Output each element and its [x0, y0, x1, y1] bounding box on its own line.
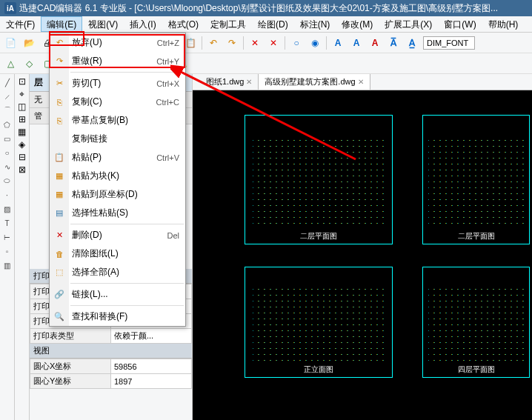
tab-2[interactable]: 高级别墅建筑方案图.dwg✕ [259, 74, 370, 90]
menu-cut[interactable]: ✂剪切(T)Ctrl+X [50, 74, 185, 93]
textA-icon[interactable]: A [330, 36, 345, 50]
menu-undo-label: 放弃(U) [72, 36, 102, 49]
menu-paste[interactable]: 📋粘贴(P)Ctrl+V [50, 148, 185, 167]
menu-purge[interactable]: 🗑清除图纸(L) [50, 244, 185, 263]
menu-window[interactable]: 窗口(W) [438, 16, 482, 32]
menu-copy-label: 复制(C) [72, 96, 102, 108]
menu-paste-special[interactable]: ▤选择性粘贴(S) [50, 204, 185, 222]
menu-cut-shortcut: Ctrl+X [156, 79, 179, 88]
menu-paste-orig-label: 粘贴到原坐标(D) [72, 188, 138, 201]
textAbar-icon[interactable]: A̅ [386, 36, 401, 50]
menu-draw[interactable]: 绘图(D) [252, 16, 294, 32]
close2-icon[interactable]: ✕ [266, 36, 281, 50]
tab-1-close-icon[interactable]: ✕ [246, 78, 252, 86]
menu-links-label: 链接(L)... [72, 288, 108, 301]
spline-tool-icon[interactable]: ∿ [1, 161, 13, 173]
text-tool-icon[interactable]: T [1, 217, 13, 229]
circle-tool-icon[interactable]: ○ [1, 147, 13, 159]
view-section-header[interactable]: 视图 [30, 344, 192, 359]
menu-copy-base-label: 带基点复制(B) [72, 114, 128, 127]
pline-tool-icon[interactable]: ⟋ [1, 90, 13, 102]
menu-view[interactable]: 视图(V) [82, 16, 124, 32]
drawing-canvas[interactable]: 图纸1.dwg✕高级别墅建筑方案图.dwg✕ 二层平面图二层平面图正立面图四层平… [193, 74, 532, 420]
menu-edit[interactable]: 编辑(E) [41, 16, 82, 32]
textAred-icon[interactable]: A [368, 36, 382, 50]
t2-b[interactable]: ◇ [21, 56, 36, 71]
textA2-icon[interactable]: A [349, 36, 364, 50]
arc-tool-icon[interactable]: ⌒ [1, 104, 13, 116]
menu-copy[interactable]: ⎘复制(C)Ctrl+C [50, 93, 185, 111]
menu-copy-link[interactable]: 复制链接 [50, 130, 185, 148]
menu-custom[interactable]: 定制工具 [205, 16, 252, 32]
tab-1[interactable]: 图纸1.dwg✕ [200, 74, 259, 90]
menu-redo-icon: ↷ [53, 56, 65, 67]
menu-redo-shortcut: Ctrl+Y [156, 57, 179, 66]
menu-links[interactable]: 🔗链接(L)... [50, 285, 185, 304]
cad-view-3: 四层平面图 [422, 267, 530, 378]
menu-delete[interactable]: ✕删除(D)Del [50, 226, 185, 244]
left-toolbar-1: ╱ ⟋ ⌒ ⬠ ▭ ○ ∿ ⬭ · ▨ T ⊢ ▫ ▥ [0, 74, 15, 420]
new-icon[interactable]: 📄 [3, 36, 18, 50]
l2-g[interactable]: ⊟ [19, 152, 26, 162]
dim-tool-icon[interactable]: ⊢ [1, 231, 13, 243]
menu-redo[interactable]: ↷重做(R)Ctrl+Y [50, 52, 185, 70]
view-properties: 圆心X坐标59856圆心Y坐标1897 [30, 359, 192, 389]
menu-modify[interactable]: 修改(M) [336, 16, 379, 32]
menu-format[interactable]: 格式(O) [162, 16, 205, 32]
prop-value[interactable]: 依赖于颜... [111, 329, 192, 344]
l2-d[interactable]: ⊞ [19, 114, 26, 124]
menu-ext[interactable]: 扩展工具(X) [379, 16, 438, 32]
t2-a[interactable]: △ [3, 56, 18, 71]
cad-view-label: 正立面图 [304, 364, 333, 375]
circle-icon[interactable]: ○ [289, 36, 304, 50]
prop-value[interactable]: 59856 [111, 359, 192, 374]
menu-paste-shortcut: Ctrl+V [156, 153, 179, 162]
circle2-icon[interactable]: ◉ [307, 36, 322, 50]
redo-icon[interactable]: ↷ [225, 36, 239, 50]
menu-find-replace[interactable]: 🔍查找和替换(F) [50, 307, 185, 326]
rect-tool-icon[interactable]: ▭ [1, 133, 13, 144]
menu-select-all-label: 选择全部(A) [72, 266, 119, 279]
polygon-tool-icon[interactable]: ⬠ [1, 119, 13, 130]
menu-paste-orig-icon: ▦ [53, 189, 65, 201]
l2-f[interactable]: ◈ [19, 139, 25, 150]
ellipse-tool-icon[interactable]: ⬭ [1, 175, 13, 187]
l2-c[interactable]: ◫ [18, 101, 26, 112]
l2-e[interactable]: ▦ [18, 127, 26, 137]
menu-bar: 文件(F)编辑(E)视图(V)插入(I)格式(O)定制工具绘图(D)标注(N)修… [0, 16, 532, 33]
textAsel-icon[interactable]: A̲ [405, 36, 419, 50]
app-logo-icon: iA [4, 2, 16, 14]
menu-purge-icon: 🗑 [53, 248, 65, 260]
table-tool-icon[interactable]: ▥ [1, 259, 13, 271]
menu-select-all-icon: ⬚ [53, 267, 65, 279]
prop-key: 圆心X坐标 [30, 359, 111, 374]
l2-a[interactable]: ⊡ [19, 76, 26, 87]
menu-copy-base[interactable]: ⎘带基点复制(B) [50, 111, 185, 130]
l2-h[interactable]: ⊠ [19, 164, 26, 175]
menu-paste-block[interactable]: ▦粘贴为块(K) [50, 167, 185, 185]
dim-style-input[interactable] [423, 36, 475, 50]
point-tool-icon[interactable]: · [1, 189, 13, 201]
prop-key: 打印表类型 [30, 329, 111, 344]
open-icon[interactable]: 📂 [21, 36, 36, 50]
prop-value[interactable]: 1897 [111, 374, 192, 389]
menu-undo[interactable]: ↶放弃(U)Ctrl+Z [50, 33, 185, 52]
hatch-tool-icon[interactable]: ▨ [1, 203, 13, 215]
menu-paste-orig[interactable]: ▦粘贴到原坐标(D) [50, 185, 185, 204]
menu-paste-special-label: 选择性粘贴(S) [72, 207, 128, 219]
menu-insert[interactable]: 插入(I) [124, 16, 162, 32]
line-tool-icon[interactable]: ╱ [1, 76, 13, 88]
menu-paste-block-icon: ▦ [53, 170, 65, 182]
menu-paste-special-icon: ▤ [53, 207, 65, 219]
block-tool-icon[interactable]: ▫ [1, 245, 13, 257]
menu-file[interactable]: 文件(F) [0, 16, 41, 32]
menu-help[interactable]: 帮助(H) [482, 16, 525, 32]
menu-find-replace-label: 查找和替换(F) [72, 310, 127, 323]
menu-select-all[interactable]: ⬚选择全部(A) [50, 263, 185, 281]
close-icon[interactable]: ✕ [247, 36, 262, 50]
menu-dim[interactable]: 标注(N) [294, 16, 336, 32]
tab-2-close-icon[interactable]: ✕ [358, 78, 364, 86]
menu-links-icon: 🔗 [53, 289, 65, 301]
l2-b[interactable]: ⌖ [19, 89, 24, 99]
undo-icon[interactable]: ↶ [206, 36, 221, 50]
